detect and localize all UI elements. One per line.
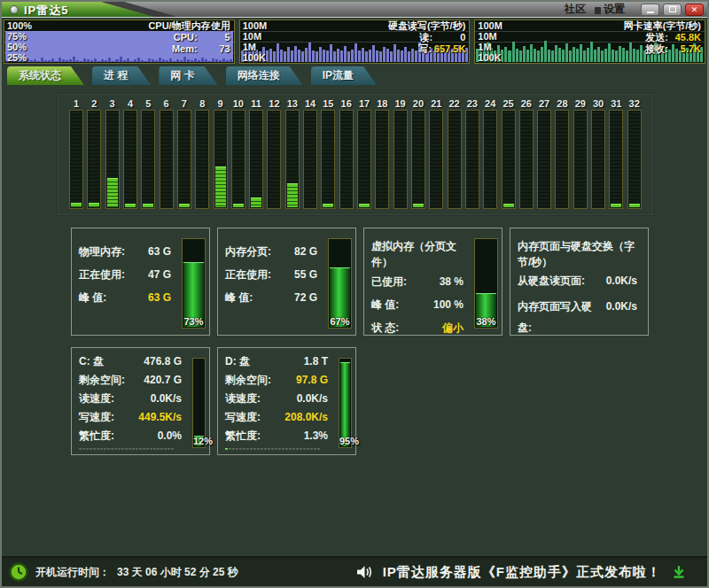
core-usage-fill [107, 178, 118, 207]
tab-IP流量[interactable]: IP流量 [311, 66, 377, 85]
tab-进程[interactable]: 进 程 [92, 66, 151, 85]
settings-button[interactable]: 设置 [595, 2, 625, 17]
usage-vertical-bar: 73% [182, 238, 206, 329]
core-number: 15 [321, 98, 335, 110]
maximize-icon [669, 6, 676, 12]
core-bar-11: 11 [249, 98, 263, 209]
download-icon[interactable] [672, 565, 686, 579]
core-number: 6 [160, 98, 174, 110]
busy-meter [79, 448, 189, 450]
disk-panels-row: C: 盘476.8 G剩余空间:420.7 G读速度:0.0K/s写速度:449… [71, 347, 707, 455]
usage-percent-label: 12% [193, 436, 205, 446]
core-number: 26 [519, 98, 534, 110]
stat-row: 峰 值:100 % [371, 293, 471, 316]
app-icon [10, 5, 19, 14]
core-usage-tube [249, 110, 263, 209]
tab-系统状态[interactable]: 系统状态 [7, 66, 84, 85]
minimize-button[interactable] [641, 4, 659, 16]
clock-icon [9, 562, 28, 582]
usage-vertical-bar: 67% [328, 238, 352, 329]
core-bar-24: 24 [483, 98, 497, 209]
net-send-row: 发送: 45.8K [645, 32, 701, 43]
core-bar-2: 2 [87, 98, 101, 209]
core-usage-fill [251, 197, 261, 207]
network-graph-scale: 100M10M1M100K [478, 20, 503, 63]
stat-row: 剩余空间:420.7 G [79, 371, 189, 390]
stat-row: 写速度:208.0K/s [225, 408, 335, 427]
core-number: 18 [375, 98, 389, 110]
core-number: 20 [411, 98, 425, 110]
stat-row: 物理内存:63 G [79, 240, 178, 263]
usage-percent-label: 38% [475, 316, 497, 327]
core-bar-18: 18 [375, 98, 389, 209]
core-usage-tube [303, 110, 317, 209]
stat-value: 420.7 G [144, 371, 189, 390]
stat-label: 读速度: [79, 390, 114, 408]
core-bar-8: 8 [195, 98, 209, 209]
memory-panels-row: 物理内存:63 G正在使用:47 G峰 值:63 G73%内存分页:82 G正在… [71, 228, 707, 336]
core-usage-fill [71, 203, 82, 208]
announcement-link[interactable]: IP雷达服务器版《F监控助手》正式发布啦！ [383, 564, 661, 581]
core-bar-28: 28 [555, 98, 569, 209]
stat-value: 0.0K/s [606, 270, 644, 291]
core-bar-16: 16 [339, 98, 354, 209]
stat-label: 正在使用: [225, 263, 271, 286]
scale-label: 25% [7, 52, 32, 63]
net-recv-row: 接收: 5.7K [645, 43, 701, 54]
core-number: 12 [267, 98, 281, 110]
uptime-block: 开机运行时间： 33 天 06 小时 52 分 25 秒 [9, 562, 238, 582]
maximize-button[interactable] [663, 4, 682, 16]
core-number: 22 [448, 98, 462, 110]
scale-label: 75% [7, 31, 32, 42]
core-usage-fill [143, 204, 153, 207]
stat-label: C: 盘 [79, 352, 104, 371]
core-usage-fill [629, 204, 640, 207]
core-usage-fill [323, 204, 333, 207]
core-bar-19: 19 [393, 98, 408, 209]
core-bar-1: 1 [69, 98, 83, 209]
core-number: 8 [195, 98, 209, 110]
stat-row: 峰 值:63 G [79, 286, 178, 309]
speaker-icon[interactable] [356, 565, 372, 579]
core-usage-fill [287, 183, 298, 208]
core-bar-3: 3 [105, 98, 120, 209]
usage-vertical-bar: 95% [339, 358, 352, 448]
core-usage-tube [267, 110, 281, 209]
network-graph-title: 网卡速率(字节/秒) [624, 20, 701, 31]
panel-title: 内存页面与硬盘交换（字节/秒） [518, 238, 644, 270]
titlebar: IP雷达5 社区 设置 ✕ [2, 2, 707, 18]
cpu-core-bars: 1234567891011121314151617181920212223242… [69, 98, 642, 209]
stat-label: 写速度: [225, 408, 261, 427]
close-button[interactable]: ✕ [685, 4, 704, 16]
tab-网络连接[interactable]: 网络连接 [226, 66, 303, 85]
core-usage-tube [177, 110, 191, 209]
stat-row: 读速度:0.0K/s [79, 390, 189, 408]
core-usage-tube [160, 110, 174, 209]
core-usage-tube [357, 110, 371, 209]
core-usage-fill [233, 204, 244, 207]
stat-label: D: 盘 [225, 352, 250, 371]
core-number: 5 [141, 98, 155, 110]
scale-label: 50% [7, 42, 32, 52]
settings-icon [595, 5, 601, 14]
core-bar-14: 14 [303, 98, 317, 209]
tab-网卡[interactable]: 网 卡 [159, 66, 217, 85]
scale-label: 100% [7, 20, 32, 31]
disk-read-row: 读: 0 [420, 32, 466, 43]
memory-panel-3: 虚拟内存（分页文件）已使用:38 %峰 值:100 %状 态:偏小38% [363, 228, 503, 336]
core-usage-tube [537, 110, 551, 209]
disk-graph-scale: 100M10M1M100K [243, 20, 268, 63]
community-button[interactable]: 社区 [565, 2, 586, 17]
stat-label: 峰 值: [225, 286, 253, 309]
core-bar-27: 27 [537, 98, 551, 209]
core-number: 25 [502, 98, 516, 110]
stat-label: 状 态: [371, 316, 399, 339]
core-number: 14 [303, 98, 317, 110]
stat-label: 峰 值: [79, 286, 106, 309]
stat-label: 剩余空间: [225, 371, 271, 390]
scale-label: 100M [478, 20, 503, 31]
core-number: 32 [627, 98, 642, 110]
core-number: 28 [555, 98, 569, 110]
stat-label: 内存页面写入硬盘: [518, 296, 606, 338]
core-bar-5: 5 [141, 98, 155, 209]
